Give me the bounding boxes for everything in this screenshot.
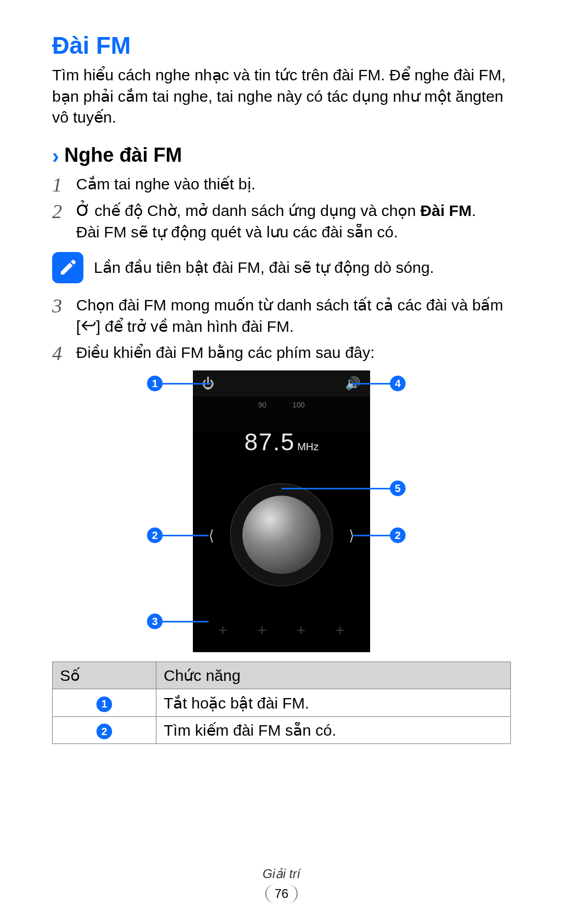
scale-tick-label: 90: [259, 401, 267, 409]
step-2: 2 Ở chế độ Chờ, mở danh sách ứng dụng và…: [52, 200, 511, 243]
note-row: Lần đầu tiên bật đài FM, đài sẽ tự động …: [52, 252, 511, 283]
table-cell-number: 1: [53, 689, 156, 717]
step-text: Cắm tai nghe vào thiết bị.: [76, 174, 255, 195]
table-cell-function: Tắt hoặc bật đài FM.: [156, 689, 511, 717]
function-table: Số Chức năng 1 Tắt hoặc bật đài FM. 2 Tì…: [52, 662, 511, 744]
preset-bar: + + + +: [203, 615, 360, 646]
table-header-number: Số: [53, 662, 156, 689]
callout-badge-5: 5: [390, 481, 406, 496]
sub-heading-row: › Nghe đài FM: [52, 144, 511, 166]
note-text: Lần đầu tiên bật đài FM, đài sẽ tự động …: [94, 257, 434, 279]
preset-slot[interactable]: +: [247, 621, 278, 639]
table-row: 1 Tắt hoặc bật đài FM.: [53, 689, 511, 717]
number-badge: 1: [96, 697, 112, 712]
step-number: 3: [52, 295, 76, 317]
back-arrow-icon: [80, 319, 96, 334]
callout-line: [352, 383, 391, 385]
callout-badge-2-left: 2: [147, 527, 163, 543]
preset-slot[interactable]: +: [286, 621, 317, 639]
frequency-unit: MHz: [297, 441, 319, 452]
main-heading: Đài FM: [52, 31, 511, 59]
note-pencil-icon: [52, 252, 83, 283]
table-cell-number: 2: [53, 716, 156, 744]
sub-heading: Nghe đài FM: [64, 144, 182, 166]
table-row: 2 Tìm kiếm đài FM sẵn có.: [53, 716, 511, 744]
step-1: 1 Cắm tai nghe vào thiết bị.: [52, 174, 511, 196]
footer-category: Giải trí: [0, 867, 563, 881]
page-number: 76: [265, 884, 298, 903]
preset-slot[interactable]: +: [207, 621, 239, 639]
callout-line: [282, 488, 391, 489]
table-cell-function: Tìm kiếm đài FM sẵn có.: [156, 716, 511, 744]
intro-text: Tìm hiểu cách nghe nhạc và tin tức trên …: [52, 65, 511, 128]
callout-line: [162, 383, 211, 385]
fm-radio-screen: ⏻ 🔊 90 100 87.5MHz ⟨ ⟩ + + + +: [193, 370, 370, 652]
step-text: Điều khiển đài FM bằng các phím sau đây:: [76, 342, 375, 364]
scale-tick-label: 100: [292, 401, 304, 409]
step-text: Chọn đài FM mong muốn từ danh sách tất c…: [76, 295, 511, 337]
chevron-right-icon: ›: [52, 146, 59, 166]
table-header-row: Số Chức năng: [53, 662, 511, 689]
frequency-value: 87.5: [244, 428, 296, 455]
step2-line1-pre: Ở chế độ Chờ, mở danh sách ứng dụng và c…: [76, 202, 420, 219]
page: Đài FM Tìm hiểu cách nghe nhạc và tin tứ…: [0, 0, 563, 924]
callout-badge-3: 3: [147, 614, 163, 629]
frequency-display: 87.5MHz: [193, 428, 370, 456]
preset-slot[interactable]: +: [325, 621, 356, 639]
callout-line: [353, 535, 391, 536]
step-text: Ở chế độ Chờ, mở danh sách ứng dụng và c…: [76, 200, 476, 243]
step-number: 2: [52, 200, 76, 222]
callout-badge-1: 1: [147, 376, 163, 391]
tuning-knob[interactable]: [242, 496, 321, 574]
radio-topbar: ⏻ 🔊: [193, 370, 370, 397]
step-4: 4 Điều khiển đài FM bằng các phím sau đâ…: [52, 342, 511, 364]
step2-line2: Đài FM sẽ tự động quét và lưu các đài sẵ…: [76, 223, 398, 241]
callout-badge-2-right: 2: [390, 527, 406, 543]
step-number: 1: [52, 174, 76, 196]
callout-line: [162, 535, 209, 536]
callout-line: [162, 621, 209, 622]
frequency-scale: 90 100: [193, 397, 370, 432]
page-footer: Giải trí 76: [0, 867, 563, 903]
step-3: 3 Chọn đài FM mong muốn từ danh sách tất…: [52, 295, 511, 337]
number-badge: 2: [96, 724, 112, 739]
callout-badge-4: 4: [390, 376, 406, 391]
step2-line1-bold: Đài FM: [420, 202, 471, 219]
table-header-function: Chức năng: [156, 662, 511, 689]
step-number: 4: [52, 342, 76, 364]
step3-post: ] để trở về màn hình đài FM.: [96, 318, 293, 335]
fm-radio-diagram: 1 4 5 2 2 3 ⏻ 🔊 90 100 87.5MHz ⟨ ⟩ +: [99, 370, 464, 652]
seek-prev-icon[interactable]: ⟨: [209, 527, 214, 544]
step2-line1-post: .: [472, 202, 476, 219]
